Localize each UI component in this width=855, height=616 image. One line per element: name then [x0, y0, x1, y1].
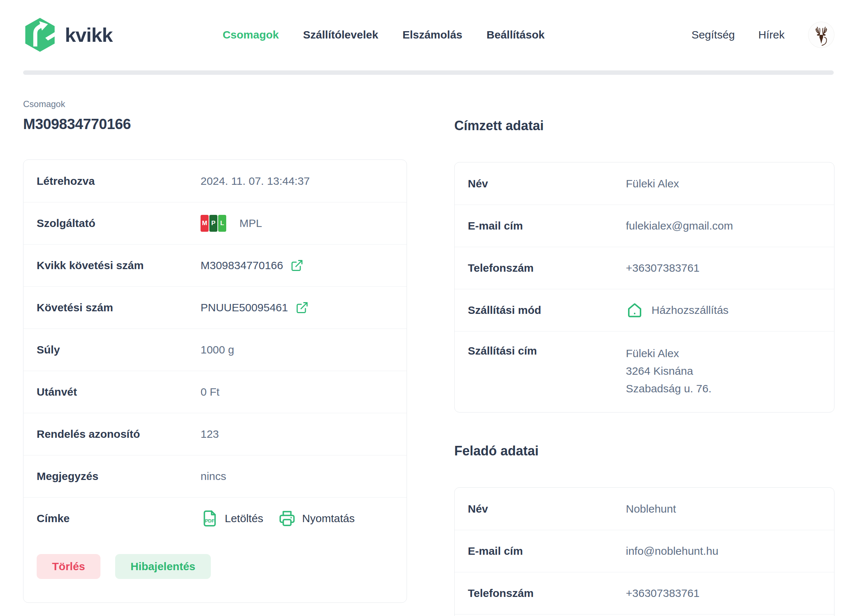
row-kovetesi-szam: Követési szám PNUUE50095461 — [23, 287, 407, 328]
delivery-mode-value: Házhozszállítás — [651, 304, 728, 316]
row-label: Telefonszám — [468, 587, 626, 599]
page-title: M309834770166 — [23, 116, 407, 132]
addresses-column: Címzett adatai Név Füleki Alex E-mail cí… — [454, 99, 835, 616]
weight-value: 1000 g — [201, 343, 234, 356]
recipient-email-value: fulekialex@gmail.com — [626, 220, 733, 232]
sender-section-title: Feladó adatai — [454, 443, 835, 459]
main-nav: Csomagok Szállítólevelek Elszámolás Beál… — [222, 29, 544, 41]
row-label: Kvikk követési szám — [37, 259, 201, 272]
recipient-card: Név Füleki Alex E-mail cím fulekialex@gm… — [454, 162, 835, 412]
row-recipient-nev: Név Füleki Alex — [455, 162, 834, 205]
row-kvikk-kovetesi-szam: Kvikk követési szám M309834770166 — [23, 244, 407, 287]
label-print-text: Nyomtatás — [302, 512, 354, 525]
nav-csomagok[interactable]: Csomagok — [222, 29, 279, 41]
row-label: Telefonszám — [468, 262, 626, 274]
row-label: Megjegyzés — [37, 470, 201, 483]
order-id-value: 123 — [201, 428, 219, 440]
row-label: Szállítási cím — [468, 345, 626, 357]
shipping-address: Füleki Alex 3264 Kisnána Szabadság u. 76… — [626, 345, 712, 397]
brand-logo[interactable]: kvikk — [23, 17, 113, 53]
label-download-text: Letöltés — [225, 512, 263, 525]
nav-beallitasok[interactable]: Beállítások — [487, 29, 544, 41]
mpl-logo: M P L — [201, 215, 226, 232]
row-cimke: Címke PDF Letöltés — [23, 497, 407, 539]
package-details-column: Csomagok M309834770166 Létrehozva 2024. … — [23, 99, 407, 616]
row-suly: Súly 1000 g — [23, 328, 407, 371]
row-szallitasi-mod: Szállítási mód Házhozszállítás — [455, 289, 834, 331]
nav-elszamolas[interactable]: Elszámolás — [403, 29, 462, 41]
delete-button[interactable]: Törlés — [37, 554, 100, 579]
row-sender-email: E-mail cím info@noblehunt.hu — [455, 530, 834, 572]
package-card: Létrehozva 2024. 11. 07. 13:44:37 Szolgá… — [23, 159, 407, 603]
address-line: Szabadság u. 76. — [626, 380, 712, 397]
row-label: Követési szám — [37, 301, 201, 314]
recipient-section-title: Címzett adatai — [454, 118, 835, 133]
row-utanvet: Utánvét 0 Ft — [23, 371, 407, 413]
note-value: nincs — [201, 470, 226, 483]
carrier-tracking-value: PNUUE50095461 — [201, 301, 288, 314]
label-print-action[interactable]: Nyomtatás — [278, 509, 354, 528]
row-letrehozva: Létrehozva 2024. 11. 07. 13:44:37 — [23, 160, 407, 202]
row-label: Szállítási mód — [468, 304, 626, 316]
row-label: Súly — [37, 343, 201, 356]
sender-email-value: info@noblehunt.hu — [626, 545, 718, 557]
row-recipient-telefon: Telefonszám +36307383761 — [455, 247, 834, 289]
external-link-icon[interactable] — [296, 301, 309, 314]
nav-szallitolevelek[interactable]: Szállítólevelek — [303, 29, 378, 41]
row-megjegyzes: Megjegyzés nincs — [23, 455, 407, 497]
recipient-phone-value: +36307383761 — [626, 262, 700, 274]
address-line: 3264 Kisnána — [626, 362, 712, 380]
sender-name-value: Noblehunt — [626, 503, 676, 515]
row-label: Utánvét — [37, 386, 201, 398]
package-actions: Törlés Hibajelentés — [23, 539, 407, 602]
row-label: Rendelés azonosító — [37, 428, 201, 440]
external-link-icon[interactable] — [290, 259, 303, 272]
cod-value: 0 Ft — [201, 386, 220, 398]
row-sender-telefon: Telefonszám +36307383761 — [455, 572, 834, 614]
row-sender-nev: Név Noblehunt — [455, 488, 834, 530]
brand-name: kvikk — [65, 23, 113, 46]
row-szallitasi-cim: Szállítási cím Füleki Alex 3264 Kisnána … — [455, 331, 834, 412]
header-divider-bar — [23, 70, 834, 75]
deer-logo-icon — [809, 23, 833, 47]
pdf-icon: PDF — [201, 509, 219, 528]
sender-card-next-row — [455, 614, 834, 616]
address-line: Füleki Alex — [626, 345, 712, 362]
svg-text:PDF: PDF — [205, 518, 215, 524]
carrier-value: MPL — [239, 217, 262, 230]
recipient-name-value: Füleki Alex — [626, 178, 679, 190]
row-label: Létrehozva — [37, 175, 201, 187]
row-rendeles-azonosito: Rendelés azonosító 123 — [23, 413, 407, 455]
row-label: Név — [468, 503, 626, 515]
main-content: Csomagok M309834770166 Létrehozva 2024. … — [23, 99, 835, 616]
report-issue-button[interactable]: Hibajelentés — [115, 554, 211, 579]
house-icon — [626, 301, 644, 319]
mpl-tile-p: P — [209, 215, 218, 232]
sender-card: Név Noblehunt E-mail cím info@noblehunt.… — [454, 487, 835, 616]
nav-hirek[interactable]: Hírek — [758, 29, 785, 41]
row-label: Címke — [37, 512, 201, 525]
mpl-tile-m: M — [201, 215, 208, 232]
created-value: 2024. 11. 07. 13:44:37 — [201, 175, 310, 187]
row-label: Szolgáltató — [37, 217, 201, 230]
row-label: E-mail cím — [468, 545, 626, 557]
breadcrumb[interactable]: Csomagok — [23, 99, 407, 109]
row-label: Név — [468, 178, 626, 190]
row-recipient-email: E-mail cím fulekialex@gmail.com — [455, 205, 834, 247]
header: kvikk Csomagok Szállítólevelek Elszámolá… — [0, 0, 855, 54]
secondary-nav: Segítség Hírek — [691, 21, 835, 48]
account-avatar[interactable] — [808, 21, 835, 48]
sender-phone-value: +36307383761 — [626, 587, 700, 599]
mpl-tile-l: L — [218, 215, 226, 232]
row-label: E-mail cím — [468, 220, 626, 232]
label-download-action[interactable]: PDF Letöltés — [201, 509, 263, 528]
printer-icon — [278, 509, 296, 528]
kvikk-box-icon — [23, 17, 57, 53]
nav-segitseg[interactable]: Segítség — [691, 29, 735, 41]
kvikk-tracking-value: M309834770166 — [201, 259, 283, 272]
row-szolgaltato: Szolgáltató M P L MPL — [23, 202, 407, 244]
